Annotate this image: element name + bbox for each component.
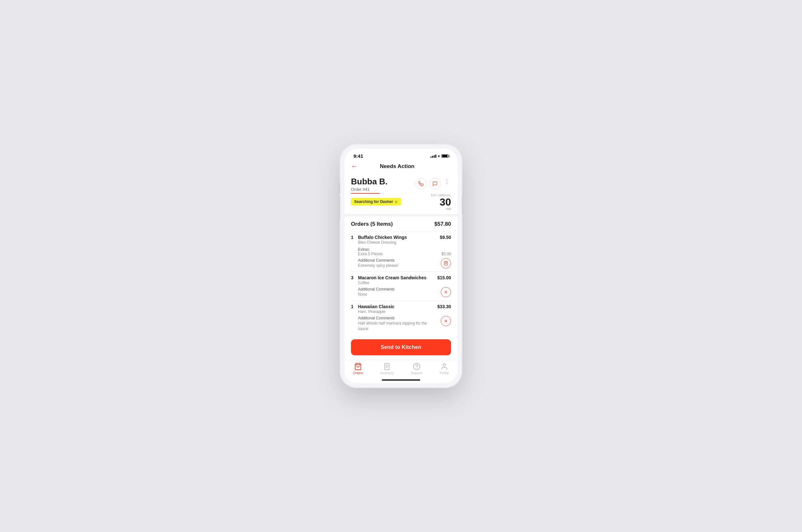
dasher-status-text: Searching for Dasher ☺ [354,200,398,204]
phone-button[interactable] [415,178,427,190]
comments-text: Extremely spicy please! [358,263,438,268]
profile-icon [441,363,448,370]
item-price: $9.50 [440,235,451,240]
inventory-icon [383,363,391,370]
comments-row: Additional Comments Extremely spicy plea… [358,258,451,268]
item-main-row: 1 Buffalo Chicken Wings $9.50 [351,235,451,240]
customer-section: Bubba B. Order #41 [344,173,458,214]
extras-label: Extras: [358,247,451,252]
page-title: Needs Action [380,163,414,170]
order-number: Order #41 [351,187,388,192]
item-name: Macaron Ice Cream Sandwiches [358,275,435,280]
comments-block: Additional Comments Half alfredo half ma… [358,316,438,331]
nav-item-orders[interactable]: Orders [353,363,363,375]
phone-device: 9:41 ▾ ← Needs Action [340,144,462,388]
alert-icon[interactable] [441,258,451,268]
customer-info: Bubba B. Order #41 [351,177,388,194]
status-time: 9:41 [354,153,363,159]
status-arrival-row: Searching for Dasher ☺ EST ARRIVAL 30 mi… [351,194,451,211]
battery-icon [442,154,448,158]
item-qty: 1 [351,235,356,240]
item-qty: 3 [351,275,356,280]
extras-row: Extra 5 Pieces $5.00 [358,252,451,256]
nav-item-inventory[interactable]: Inventory [380,363,394,375]
item-price: $15.00 [437,275,451,280]
item-price: $33.30 [437,304,451,309]
dasher-status-badge: Searching for Dasher ☺ [351,198,401,206]
nav-item-profile[interactable]: Profile [440,363,449,375]
home-bar [382,379,420,381]
extras-price: $5.00 [442,252,451,256]
bottom-navigation: Orders Inventory Support [344,360,458,377]
home-indicator [344,377,458,383]
signal-icon [430,155,436,158]
alert-icon[interactable] [441,287,451,297]
svg-point-12 [443,364,446,366]
message-button[interactable] [429,178,441,190]
name-underline [351,193,380,194]
send-to-kitchen-button[interactable]: Send to Kitchen [351,339,451,355]
item-main-row: 3 Macaron Ice Cream Sandwiches $15.00 [351,275,451,280]
item-name: Hawaiian Classic [358,304,435,309]
order-total: $57.80 [434,221,451,227]
order-item: 1 Hawaiian Classic $33.30 Ham, Pineapple… [351,301,451,335]
item-main-row: 1 Hawaiian Classic $33.30 [351,304,451,309]
more-options-button[interactable]: ⋮ [443,177,451,186]
alert-icon[interactable] [441,316,451,326]
back-button[interactable]: ← [351,162,358,171]
page-header: ← Needs Action [344,161,458,173]
order-header: Orders (5 Items) $57.80 [351,221,451,227]
phone-screen: 9:41 ▾ ← Needs Action [344,149,458,383]
header-actions: ⋮ [415,177,451,190]
est-arrival-number: 30 [431,197,451,207]
comments-block: Additional Comments None [358,287,438,297]
item-subtitle: Bleu Cheese Dressing [358,240,451,245]
nav-label-inventory: Inventory [380,371,394,375]
comments-text: None [358,292,438,297]
est-arrival: EST ARRIVAL 30 min [431,194,451,211]
item-name: Buffalo Chicken Wings [358,235,438,240]
nav-label-orders: Orders [353,371,363,375]
nav-item-support[interactable]: Support [411,363,422,375]
comments-row: Additional Comments None [358,287,451,297]
item-subtitle: Coffee [358,281,451,285]
order-item: 3 Macaron Ice Cream Sandwiches $15.00 Co… [351,272,451,301]
support-icon [413,363,421,370]
order-section: Orders (5 Items) $57.80 1 Buffalo Chicke… [344,216,458,335]
order-item: 1 Buffalo Chicken Wings $9.50 Bleu Chees… [351,231,451,272]
comments-label: Additional Comments [358,287,438,291]
contact-icons [415,178,441,190]
wifi-icon: ▾ [438,154,440,158]
comments-text: Half alfredo half marinara topping for t… [358,321,438,331]
comments-label: Additional Comments [358,258,438,263]
extras-name: Extra 5 Pieces [358,252,383,256]
customer-row: Bubba B. Order #41 [351,177,451,194]
status-bar: 9:41 ▾ [344,149,458,161]
item-subtitle: Ham, Pineapple [358,309,451,314]
nav-label-profile: Profile [440,371,449,375]
order-title: Orders (5 Items) [351,221,393,227]
comments-block: Additional Comments Extremely spicy plea… [358,258,438,268]
section-divider [344,214,458,216]
comments-row: Additional Comments Half alfredo half ma… [358,316,451,331]
comments-label: Additional Comments [358,316,438,320]
item-qty: 1 [351,304,356,309]
customer-name: Bubba B. [351,177,388,187]
nav-label-support: Support [411,371,422,375]
status-icons: ▾ [430,154,448,158]
orders-icon [354,363,362,370]
item-extras: Extras: Extra 5 Pieces $5.00 [358,247,451,256]
